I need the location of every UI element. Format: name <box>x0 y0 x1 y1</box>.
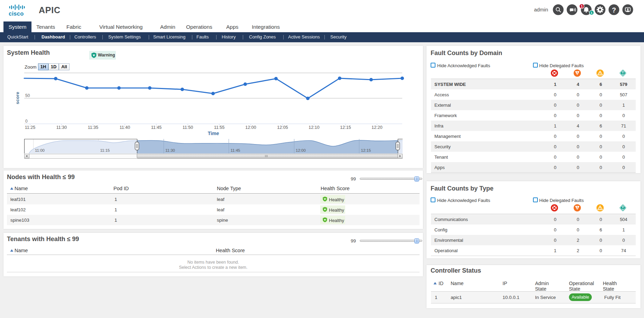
svg-text:12:00: 12:00 <box>296 148 306 152</box>
svg-text:11:00: 11:00 <box>35 148 45 152</box>
svg-text:11:30: 11:30 <box>56 125 67 130</box>
svg-text:11:50: 11:50 <box>183 125 193 130</box>
svg-text:12:00: 12:00 <box>245 125 256 130</box>
svg-text:11:30: 11:30 <box>165 148 175 152</box>
svg-text:50: 50 <box>25 93 30 98</box>
svg-text:12:20: 12:20 <box>371 125 382 130</box>
svg-text:11:35: 11:35 <box>88 125 98 130</box>
svg-text:12:15: 12:15 <box>361 148 371 152</box>
svg-text:12:05: 12:05 <box>277 125 288 130</box>
svg-text:cisco: cisco <box>9 10 24 17</box>
svg-text:11:45: 11:45 <box>231 148 240 152</box>
svg-text:Time: Time <box>208 131 219 136</box>
svg-text:11:15: 11:15 <box>100 148 110 152</box>
svg-text:11:45: 11:45 <box>151 125 162 130</box>
svg-text:1: 1 <box>581 5 583 8</box>
svg-text:12:15: 12:15 <box>340 125 351 130</box>
svg-text:1: 1 <box>591 11 593 15</box>
svg-text:score: score <box>15 91 20 104</box>
svg-text:0: 0 <box>25 119 28 124</box>
svg-text:?: ? <box>612 6 616 14</box>
svg-text:11:40: 11:40 <box>120 125 130 130</box>
svg-text:11:55: 11:55 <box>214 125 224 130</box>
svg-text:11:25: 11:25 <box>25 125 35 130</box>
svg-text:12:10: 12:10 <box>309 125 319 130</box>
